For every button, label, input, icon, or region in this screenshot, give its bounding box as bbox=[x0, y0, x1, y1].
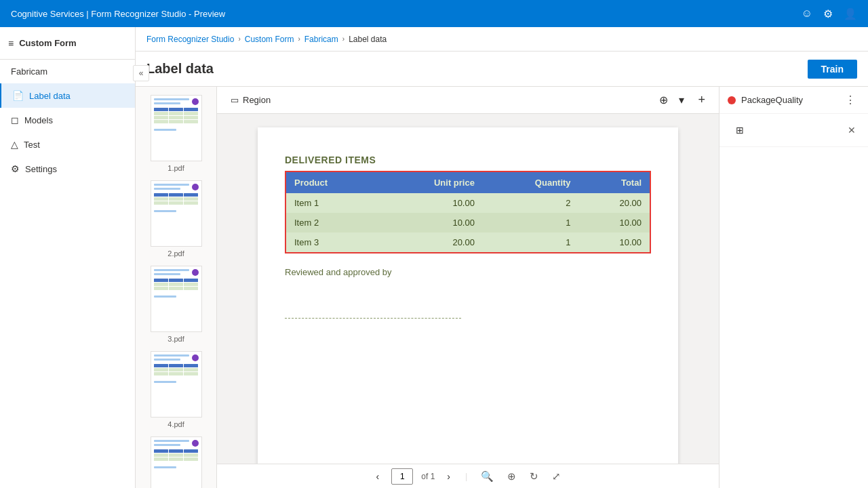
sidebar-item-test-label: Test bbox=[24, 140, 40, 150]
page-title: Label data bbox=[146, 61, 214, 77]
sidebar-item-label-data-label: Label data bbox=[29, 91, 71, 101]
sidebar-item-models-label: Models bbox=[24, 115, 53, 125]
row3-unit-price: 20.00 bbox=[378, 232, 483, 252]
thumb-dot-3 bbox=[192, 269, 199, 276]
fit-button[interactable]: ⤢ bbox=[549, 469, 564, 484]
thumbnail-4[interactable]: 4.pdf bbox=[136, 348, 216, 431]
sidebar-item-models[interactable]: ◻ Models bbox=[0, 108, 135, 132]
row3-total: 10.00 bbox=[579, 232, 650, 252]
sidebar-header-title: Custom Form bbox=[19, 38, 77, 48]
doc-viewer: ▭ Region ⊕ ▾ + DELIVERED ITEMS bbox=[217, 87, 719, 488]
breadcrumb-sep-1: › bbox=[238, 35, 240, 43]
next-page-button[interactable]: › bbox=[443, 468, 454, 485]
field-type-row: ⊞ ✕ bbox=[719, 114, 868, 147]
delivered-items-heading: DELIVERED ITEMS bbox=[285, 155, 651, 165]
row3-quantity: 1 bbox=[483, 232, 579, 252]
row2-unit-price: 10.00 bbox=[378, 213, 483, 232]
project-name: Fabricam bbox=[0, 60, 135, 83]
region-icon: ▭ bbox=[231, 95, 239, 105]
doc-page: DELIVERED ITEMS Product Unit price Quant… bbox=[258, 127, 678, 464]
field-item-left: PackageQuality bbox=[728, 95, 803, 105]
sidebar-item-label-data[interactable]: 📄 Label data bbox=[0, 83, 135, 108]
thumb-dot-2 bbox=[192, 184, 199, 190]
field-close-button[interactable]: ✕ bbox=[844, 123, 860, 137]
settings-nav-icon: ⚙ bbox=[11, 163, 20, 174]
doc-content: DELIVERED ITEMS Product Unit price Quant… bbox=[217, 114, 719, 464]
row1-unit-price: 10.00 bbox=[378, 193, 483, 213]
breadcrumb: Form Recognizer Studio › Custom Form › F… bbox=[136, 27, 868, 52]
thumb-dot-5 bbox=[192, 440, 199, 447]
doc-toolbar-left: ▭ Region bbox=[225, 92, 276, 108]
chevron-down-button[interactable]: ▾ bbox=[676, 91, 687, 109]
items-table-wrapper: Product Unit price Quantity Total Item 1 bbox=[285, 171, 651, 253]
thumbnail-3[interactable]: 3.pdf bbox=[136, 263, 216, 346]
reviewed-text: Reviewed and approved by bbox=[285, 267, 651, 277]
table-row: Item 3 20.00 1 10.00 bbox=[286, 232, 650, 252]
test-icon: △ bbox=[11, 139, 18, 150]
breadcrumb-form-recognizer[interactable]: Form Recognizer Studio bbox=[146, 35, 234, 44]
thumbnail-4-label: 4.pdf bbox=[167, 420, 184, 428]
region-label: Region bbox=[243, 95, 271, 105]
table-field-icon: ⊞ bbox=[728, 119, 752, 141]
settings-icon[interactable]: ⚙ bbox=[823, 7, 833, 20]
sidebar-item-test[interactable]: △ Test bbox=[0, 132, 135, 157]
page-of-label: of 1 bbox=[421, 472, 435, 481]
app-layout: ≡ Custom Form Fabricam 📄 Label data ◻ Mo… bbox=[0, 27, 868, 488]
prev-page-button[interactable]: ‹ bbox=[372, 468, 384, 485]
thumbnail-5[interactable]: 5.pdf bbox=[136, 434, 216, 488]
sidebar-header: ≡ Custom Form bbox=[0, 27, 135, 60]
label-data-icon: 📄 bbox=[12, 90, 24, 101]
row1-product: Item 1 bbox=[286, 193, 378, 213]
region-button[interactable]: ▭ Region bbox=[225, 92, 276, 108]
breadcrumb-fabricam[interactable]: Fabricam bbox=[304, 35, 338, 44]
breadcrumb-custom-form[interactable]: Custom Form bbox=[245, 35, 294, 44]
thumbnail-1[interactable]: 1.pdf bbox=[136, 92, 216, 175]
layers-button[interactable]: ⊕ bbox=[656, 91, 671, 109]
breadcrumb-label-data: Label data bbox=[349, 35, 387, 44]
sidebar-nav: 📄 Label data ◻ Models △ Test ⚙ Settings bbox=[0, 83, 135, 181]
col-unit-price: Unit price bbox=[378, 172, 483, 193]
row2-quantity: 1 bbox=[483, 213, 579, 232]
sidebar-collapse-button[interactable]: « bbox=[133, 65, 149, 81]
add-field-button[interactable]: + bbox=[692, 90, 711, 110]
thumbnail-img-2 bbox=[151, 180, 202, 247]
pagination-divider: | bbox=[465, 471, 467, 481]
table-body: Item 1 10.00 2 20.00 Item 2 10.00 1 bbox=[286, 193, 650, 252]
field-more-button[interactable]: ⋮ bbox=[841, 92, 860, 108]
train-button[interactable]: Train bbox=[808, 60, 857, 79]
rotate-button[interactable]: ↻ bbox=[527, 469, 541, 484]
smiley-icon[interactable]: ☺ bbox=[802, 7, 812, 20]
zoom-in-button[interactable]: ⊕ bbox=[505, 469, 519, 484]
thumbnail-2-label: 2.pdf bbox=[167, 249, 184, 258]
right-panel: PackageQuality ⋮ ⊞ ✕ bbox=[719, 87, 868, 488]
table-row: Item 1 10.00 2 20.00 bbox=[286, 193, 650, 213]
content-area: 1.pdf bbox=[136, 87, 868, 488]
col-total: Total bbox=[579, 172, 650, 193]
topbar-icons: ☺ ⚙ 👤 bbox=[802, 7, 857, 20]
sidebar: ≡ Custom Form Fabricam 📄 Label data ◻ Mo… bbox=[0, 27, 136, 488]
thumb-dot-1 bbox=[192, 98, 199, 105]
row2-total: 10.00 bbox=[579, 213, 650, 232]
row2-product: Item 2 bbox=[286, 213, 378, 232]
breadcrumb-sep-2: › bbox=[298, 35, 300, 43]
account-icon[interactable]: 👤 bbox=[844, 7, 857, 20]
col-quantity: Quantity bbox=[483, 172, 579, 193]
app-title: Cognitive Services | Form Recognizer Stu… bbox=[11, 9, 225, 19]
doc-toolbar: ▭ Region ⊕ ▾ + bbox=[217, 87, 719, 114]
models-icon: ◻ bbox=[11, 115, 19, 125]
thumbnail-3-label: 3.pdf bbox=[167, 335, 184, 343]
sidebar-item-settings-label: Settings bbox=[25, 164, 57, 174]
zoom-out-button[interactable]: 🔍 bbox=[478, 469, 496, 484]
row1-total: 20.00 bbox=[579, 193, 650, 213]
page-header: Label data Train bbox=[136, 52, 868, 87]
sidebar-item-settings[interactable]: ⚙ Settings bbox=[0, 157, 135, 181]
main-content: Form Recognizer Studio › Custom Form › F… bbox=[136, 27, 868, 488]
row3-product: Item 3 bbox=[286, 232, 378, 252]
thumbnail-2[interactable]: 2.pdf bbox=[136, 178, 216, 260]
table-row: Item 2 10.00 1 10.00 bbox=[286, 213, 650, 232]
hamburger-icon: ≡ bbox=[8, 38, 14, 49]
page-number-input[interactable] bbox=[391, 468, 413, 485]
thumbnail-img-3 bbox=[151, 266, 202, 332]
doc-thumbnails: 1.pdf bbox=[136, 87, 217, 488]
breadcrumb-sep-3: › bbox=[342, 35, 344, 43]
